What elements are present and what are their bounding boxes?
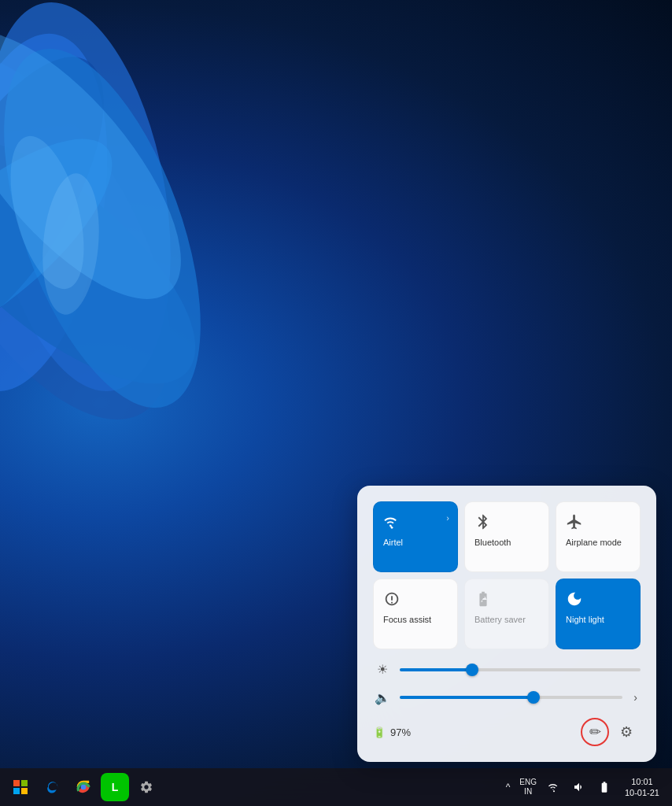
quick-settings-bottom: 🔋 97% ✏ ⚙ (373, 718, 641, 746)
svg-rect-11 (13, 780, 20, 786)
wifi-icon (383, 513, 401, 531)
airplane-icon (566, 513, 583, 531)
chrome-icon (76, 779, 91, 795)
svg-point-0 (0, 12, 223, 460)
svg-rect-13 (13, 788, 20, 794)
battery-tray-icon[interactable] (593, 776, 615, 798)
brightness-fill (400, 668, 472, 671)
battery-status: 🔋 97% (373, 727, 411, 738)
edge-button[interactable] (38, 773, 66, 801)
battery-saver-tile[interactable]: Battery saver (464, 579, 549, 649)
brightness-thumb[interactable] (466, 664, 478, 676)
svg-point-9 (37, 171, 104, 316)
bluetooth-icon (474, 513, 492, 531)
night-light-tile[interactable]: Night light (556, 579, 641, 649)
airplane-label: Airplane mode (566, 537, 622, 548)
clock-date: 10-01-21 (625, 787, 659, 798)
volume-thumb[interactable] (527, 691, 540, 704)
edit-icon: ✏ (589, 723, 601, 741)
line-button[interactable]: L (101, 773, 129, 801)
focus-assist-icon (383, 590, 401, 608)
taskbar-right: ^ ENG IN 10:01 10-01-21 (503, 776, 666, 799)
line-icon: L (112, 781, 119, 793)
svg-point-8 (0, 128, 98, 297)
svg-point-17 (553, 790, 555, 792)
input-method-indicator[interactable]: ENG IN (516, 776, 540, 798)
svg-point-7 (0, 0, 220, 335)
brightness-icon: ☀ (373, 662, 392, 677)
tray-chevron[interactable]: ^ (503, 778, 514, 796)
wifi-arrow: › (446, 513, 449, 523)
battery-saver-label: Battery saver (474, 614, 526, 625)
chrome-button[interactable] (69, 773, 98, 801)
bluetooth-label: Bluetooth (474, 537, 511, 548)
edit-button[interactable]: ✏ (581, 718, 609, 746)
quick-tiles-grid: › Airtel Bluetooth Airplane mode (373, 501, 641, 649)
taskbar-settings-button[interactable] (132, 773, 161, 801)
svg-point-4 (0, 29, 141, 364)
svg-point-5 (0, 24, 241, 432)
taskbar-settings-icon (139, 780, 153, 794)
taskbar-left: L (6, 773, 503, 801)
volume-icon: 🔈 (373, 690, 392, 705)
volume-slider-row: 🔈 › (373, 688, 641, 707)
wallpaper-flower (0, 0, 354, 575)
svg-point-3 (0, 94, 233, 426)
battery-icon: 🔋 (373, 727, 386, 738)
svg-point-10 (391, 527, 393, 529)
start-button[interactable] (6, 773, 35, 801)
svg-point-2 (0, 20, 132, 405)
windows-logo-icon (13, 780, 28, 794)
wifi-tile[interactable]: › Airtel (373, 501, 458, 572)
battery-percent: 97% (390, 727, 411, 738)
edge-icon (44, 779, 60, 795)
svg-point-1 (0, 0, 198, 405)
clock-time: 10:01 (631, 776, 653, 787)
volume-tray-icon[interactable] (568, 776, 590, 798)
volume-track[interactable] (400, 696, 622, 699)
svg-point-6 (0, 105, 142, 383)
night-light-label: Night light (566, 614, 604, 625)
airplane-tile[interactable]: Airplane mode (556, 501, 641, 572)
svg-rect-12 (21, 780, 28, 786)
svg-rect-14 (21, 788, 28, 794)
night-light-icon (566, 590, 583, 608)
settings-icon: ⚙ (620, 723, 633, 741)
taskbar-clock[interactable]: 10:01 10-01-21 (618, 776, 666, 799)
quick-settings-panel: › Airtel Bluetooth Airplane mode (357, 486, 656, 762)
eng-label: ENG (519, 778, 537, 787)
focus-assist-label: Focus assist (383, 614, 431, 625)
wifi-label: Airtel (383, 537, 403, 548)
settings-button[interactable]: ⚙ (612, 718, 641, 746)
bluetooth-tile[interactable]: Bluetooth (464, 501, 549, 572)
focus-assist-tile[interactable]: Focus assist (373, 579, 458, 649)
brightness-track[interactable] (400, 668, 641, 671)
qs-action-buttons: ✏ ⚙ (581, 718, 641, 746)
in-label: IN (524, 787, 532, 797)
volume-fill (400, 696, 534, 699)
svg-point-16 (81, 785, 87, 790)
wifi-tray-icon[interactable] (543, 776, 565, 798)
battery-saver-icon (474, 590, 492, 608)
brightness-slider-row: ☀ (373, 662, 641, 677)
volume-expand-icon[interactable]: › (630, 688, 641, 707)
taskbar: L ^ ENG IN (0, 768, 672, 806)
